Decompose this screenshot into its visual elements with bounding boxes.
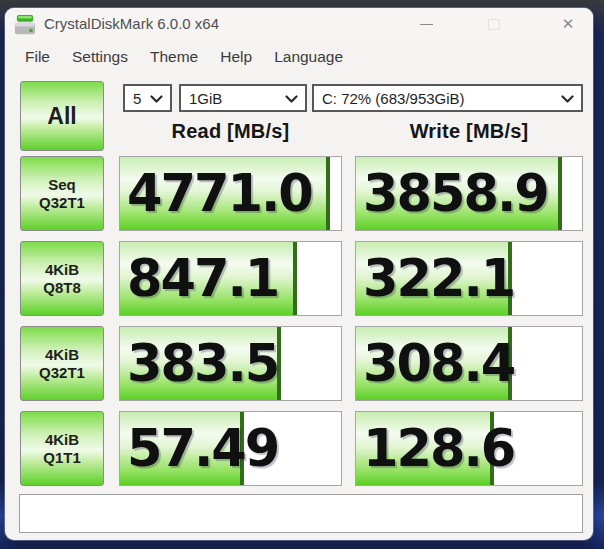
window-title: CrystalDiskMark 6.0.0 x64 xyxy=(44,15,219,32)
test-label-line1: 4KiB xyxy=(45,346,79,364)
read-result-cell: 847.1 xyxy=(119,241,342,316)
test-label-line1: 4KiB xyxy=(45,261,79,279)
write-value: 322.1 xyxy=(356,242,582,315)
chevron-down-icon xyxy=(150,95,163,104)
test-label-line2: Q8T8 xyxy=(43,279,81,297)
write-result-cell: 128.6 xyxy=(355,411,583,486)
maximize-button[interactable] xyxy=(472,8,516,40)
test-count-value: 5 xyxy=(133,90,141,107)
menu-theme[interactable]: Theme xyxy=(139,45,209,69)
test-label-line2: Q32T1 xyxy=(39,194,85,212)
write-value: 128.6 xyxy=(356,412,582,485)
write-value: 308.4 xyxy=(356,327,582,400)
test-label-line2: Q32T1 xyxy=(39,364,85,382)
test-size-value: 1GiB xyxy=(189,90,222,107)
test-button-seq-q32t1[interactable]: Seq Q32T1 xyxy=(20,156,104,231)
read-result-cell: 4771.0 xyxy=(119,156,342,231)
title-bar[interactable]: CrystalDiskMark 6.0.0 x64 ✕ xyxy=(5,8,593,42)
close-button[interactable]: ✕ xyxy=(546,8,590,40)
test-label-line2: Q1T1 xyxy=(43,449,81,467)
write-result-cell: 322.1 xyxy=(355,241,583,316)
menu-bar: File Settings Theme Help Language xyxy=(5,42,593,72)
read-value: 57.49 xyxy=(120,412,341,485)
chevron-down-icon xyxy=(561,95,574,104)
write-result-cell: 308.4 xyxy=(355,326,583,401)
test-count-dropdown[interactable]: 5 xyxy=(123,84,172,112)
test-label-line1: 4KiB xyxy=(45,431,79,449)
app-window: CrystalDiskMark 6.0.0 x64 ✕ File Setting… xyxy=(5,8,593,540)
read-column-header: Read [MB/s] xyxy=(119,120,342,143)
menu-settings[interactable]: Settings xyxy=(61,45,139,69)
chevron-down-icon xyxy=(285,95,298,104)
read-value: 383.5 xyxy=(120,327,341,400)
target-drive-dropdown[interactable]: C: 72% (683/953GiB) xyxy=(312,84,583,112)
test-button-4kib-q1t1[interactable]: 4KiB Q1T1 xyxy=(20,411,104,486)
run-all-button[interactable]: All xyxy=(20,81,104,151)
app-disk-icon xyxy=(14,14,37,37)
maximize-icon xyxy=(488,19,500,30)
write-value: 3858.9 xyxy=(356,157,582,230)
read-result-cell: 57.49 xyxy=(119,411,342,486)
read-value: 4771.0 xyxy=(120,157,341,230)
test-label-line1: Seq xyxy=(48,176,76,194)
test-button-4kib-q8t8[interactable]: 4KiB Q8T8 xyxy=(20,241,104,316)
minimize-icon xyxy=(420,24,433,25)
write-column-header: Write [MB/s] xyxy=(353,120,585,143)
read-result-cell: 383.5 xyxy=(119,326,342,401)
test-size-dropdown[interactable]: 1GiB xyxy=(179,84,307,112)
close-icon: ✕ xyxy=(562,15,575,33)
menu-language[interactable]: Language xyxy=(263,45,354,69)
comment-input[interactable] xyxy=(19,494,583,533)
minimize-button[interactable] xyxy=(404,8,448,40)
target-drive-value: C: 72% (683/953GiB) xyxy=(322,90,465,107)
read-value: 847.1 xyxy=(120,242,341,315)
menu-help[interactable]: Help xyxy=(209,45,263,69)
menu-file[interactable]: File xyxy=(14,45,61,69)
write-result-cell: 3858.9 xyxy=(355,156,583,231)
test-button-4kib-q32t1[interactable]: 4KiB Q32T1 xyxy=(20,326,104,401)
